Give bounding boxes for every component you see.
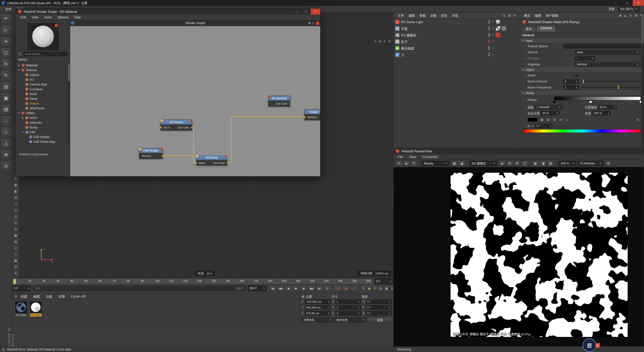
record-rotation-button[interactable]: ↻ [372, 285, 378, 291]
tree-scrollbar[interactable] [68, 63, 70, 146]
enabled-check-icon[interactable]: ✓ [491, 46, 495, 50]
load-preset-icon[interactable]: ⊞ [545, 117, 551, 122]
material-menu-3[interactable]: 纹理 [56, 294, 67, 299]
record-pla-button[interactable]: ▦ [384, 285, 389, 291]
tree-item-c4d[interactable]: ▼C4D [16, 130, 70, 135]
keyframe-dot-icon[interactable]: ○ [524, 45, 526, 48]
shader-menu-3[interactable]: Options [55, 15, 71, 19]
polygons-mode-button[interactable]: △ [1, 138, 11, 148]
coordinate-field[interactable]: 1▲▼ [335, 311, 361, 316]
record-active-objects-button[interactable]: ● [334, 285, 342, 291]
mode-edges[interactable]: ◇ [13, 207, 19, 213]
scale-button[interactable]: ◱ [1, 48, 11, 58]
mode-dot[interactable]: ● [13, 270, 19, 276]
rotate-button[interactable]: ↻ [1, 59, 11, 69]
visibility-dots[interactable] [488, 33, 490, 37]
ramp-knot[interactable] [589, 101, 592, 103]
hue-spectrum-bar[interactable] [524, 129, 641, 133]
number-field[interactable]: 1▲▼ [563, 85, 579, 90]
editor-visibility-dot[interactable] [488, 40, 490, 41]
maximize-button[interactable]: □ [621, 0, 633, 6]
editor-visibility-dot[interactable] [488, 27, 490, 28]
node-rs-texture[interactable]: RS TextureTex 0Out Color [160, 120, 192, 130]
snapshot-icon[interactable]: ⊟ [396, 161, 402, 166]
om-menu-3[interactable]: 对象 [428, 13, 438, 18]
mode-grid-snap[interactable]: ▥ [13, 239, 19, 244]
wire-rs-ramp-to-output[interactable] [228, 117, 304, 163]
keyframe-dot-icon[interactable]: ○ [524, 80, 526, 83]
end-frame-spinner[interactable]: 250 F ▲▼ [248, 285, 266, 291]
mode-axis[interactable]: ✛ [13, 220, 19, 226]
ramp-bias-knot[interactable] [618, 97, 620, 100]
ramp-expander-icon[interactable]: ▸ [537, 99, 538, 101]
editor-visibility-dot[interactable] [488, 46, 490, 48]
visibility-dots[interactable] [488, 27, 490, 30]
edit-icon[interactable]: ✎ [629, 14, 632, 17]
slider-thumb[interactable] [583, 80, 584, 83]
start-frame-spinner[interactable]: 0 F ▲▼ [12, 285, 31, 291]
search-icon[interactable] [503, 14, 506, 17]
spinner-arrows-icon[interactable]: ▲▼ [608, 112, 609, 114]
start-render-icon[interactable]: ▶ [403, 161, 410, 166]
eyedropper-icon[interactable]: ✎ [635, 117, 641, 122]
group-header-ramp[interactable]: ▼ Ramp [520, 91, 644, 96]
coordinate-field[interactable]: -115.992 cm▲▼ [305, 299, 331, 304]
up-icon[interactable]: ▲ [624, 14, 627, 17]
zoom-spinner[interactable]: 105 % ▲▼ [558, 161, 576, 166]
preview-range-slider[interactable]: 0 F 250 F [32, 286, 246, 291]
tree-item-ramp[interactable]: Ramp [16, 96, 70, 101]
tab-0[interactable]: 基本 [522, 26, 536, 32]
tree-item-noise[interactable]: Noise [16, 92, 70, 96]
output-port[interactable] [226, 162, 228, 164]
keyframe-dot-icon[interactable]: ○ [524, 51, 526, 54]
renderview-menu-0[interactable]: File [395, 155, 406, 159]
minimize-button[interactable]: ─ [610, 0, 621, 6]
render-visibility-dot[interactable] [488, 22, 490, 24]
scrollbar-thumb[interactable] [641, 13, 643, 43]
close-button[interactable]: × [633, 0, 644, 6]
ramp-gradient-bar[interactable] [554, 97, 641, 100]
menu-icon[interactable]: ≡ [513, 14, 515, 17]
play-button[interactable]: ▶ [292, 285, 300, 291]
badge-close-button[interactable]: 关 [595, 343, 600, 348]
gradient-presets-icon[interactable]: ▦ [539, 117, 545, 122]
renderview-menu-1[interactable]: View [407, 155, 419, 159]
editor-visibility-dot[interactable] [488, 53, 490, 54]
tree-item-ao[interactable]: AO [16, 77, 70, 82]
tree-item-utilities[interactable]: ▼Utilities [16, 111, 70, 115]
layout-panels-icon[interactable]: ▤ [547, 161, 554, 166]
spinner-arrows-icon[interactable]: ▲▼ [614, 106, 615, 108]
move-icon[interactable]: ✥ [308, 21, 311, 25]
undo-button[interactable]: ↶ [1, 14, 11, 24]
find-nodes-input[interactable] [23, 52, 67, 56]
attr-menu-1[interactable]: 编辑 [533, 13, 543, 18]
lock-camera-icon[interactable]: ◈ [499, 161, 505, 166]
render-visibility-dot[interactable] [488, 29, 490, 30]
object-row[interactable]: ◨RS 摄像机✓ [394, 32, 517, 38]
checkbox[interactable] [575, 74, 579, 77]
passes-dropdown[interactable]: Beauty ▼ [422, 161, 450, 166]
tab-1[interactable]: General [537, 26, 555, 32]
slider-thumb[interactable] [618, 86, 619, 89]
render-visibility-dot[interactable] [488, 48, 490, 50]
shader-menu-4[interactable]: Help [72, 15, 84, 19]
tree-item-bump[interactable]: Bump [16, 125, 70, 130]
enable-axis-button[interactable]: ⊕ [1, 150, 11, 160]
menu-0[interactable]: 文件 [3, 7, 14, 11]
restart-render-icon[interactable]: ↻ [411, 161, 417, 166]
record-parameter-button[interactable]: Ⓟ [378, 285, 383, 291]
layout-icon[interactable]: ⊞ [508, 14, 511, 17]
flip-gradient-icon[interactable]: ⇄ [558, 117, 564, 122]
zoom-icon[interactable]: ⊕ [379, 39, 381, 43]
spinner-arrows-icon[interactable]: ▲▼ [576, 80, 577, 83]
coordinate-mode-dropdown[interactable]: 世界坐标 ▼ [302, 317, 333, 322]
spinner-arrows-icon[interactable]: ▲▼ [576, 86, 577, 89]
text-input[interactable] [563, 44, 641, 49]
tree-item-c4d-vertex-map[interactable]: C4D Vertex Map [16, 139, 70, 144]
keyframe-selection-button[interactable]: ○ [350, 285, 357, 291]
distribute-knots-icon[interactable]: ↔ [564, 117, 570, 122]
orbit-icon[interactable]: ↻ [383, 39, 386, 43]
enabled-check-icon[interactable]: ✓ [491, 53, 495, 56]
camera-dropdown[interactable]: RS 摄像机 ▼ [469, 161, 498, 166]
spinner-arrows-icon[interactable]: ▲▼ [572, 162, 574, 165]
